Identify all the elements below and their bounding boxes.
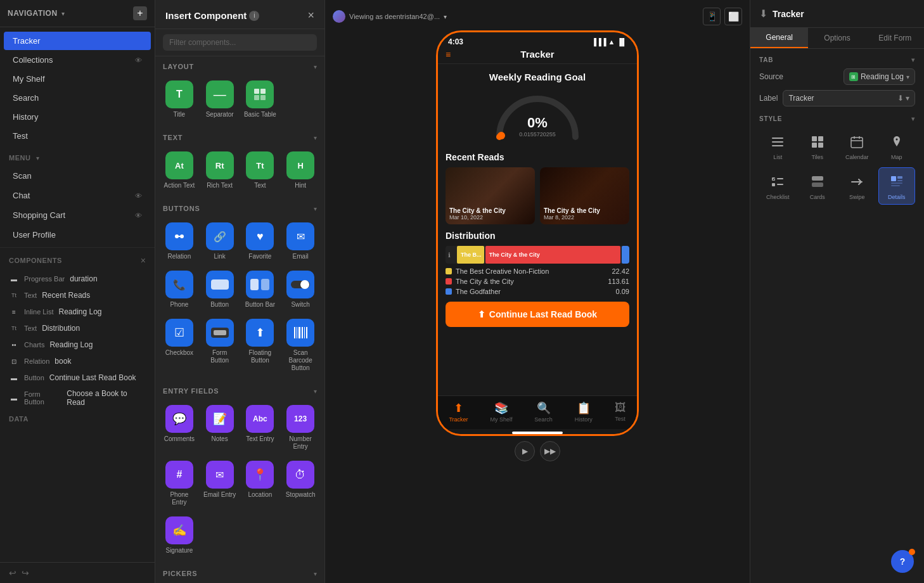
sidebar-item-scan[interactable]: Scan — [4, 167, 151, 185]
layout-section-header[interactable]: LAYOUT ▾ — [155, 56, 324, 74]
mobile-device-button[interactable]: 📱 — [703, 8, 721, 25]
style-tiles[interactable]: Tiles — [799, 127, 837, 165]
details-style-icon — [887, 172, 907, 192]
comp-phone-entry[interactable]: # Phone Entry — [160, 457, 198, 510]
play-button[interactable]: ▶ — [515, 441, 535, 461]
dist-bar-2: The City & the City — [485, 246, 620, 264]
preview-header: Viewing as deentristan42@... ▾ 📱 ⬜ — [325, 8, 750, 30]
svg-rect-32 — [851, 138, 863, 148]
phone-status-bar: 4:03 ▐▐▐ ▲ ▐▌ — [438, 32, 637, 46]
help-button[interactable]: ? — [891, 550, 914, 573]
sidebar-item-user-profile[interactable]: User Profile — [4, 226, 151, 244]
component-text-recent[interactable]: Tt Text Recent Reads — [0, 287, 155, 304]
component-charts[interactable]: •• Charts Reading Log — [0, 336, 155, 353]
sidebar-item-test[interactable]: Test — [4, 127, 151, 145]
tablet-device-button[interactable]: ⬜ — [724, 8, 742, 25]
menu-row[interactable]: MENU ▾ — [0, 150, 155, 166]
right-header: ⬇ Tracker — [750, 0, 924, 28]
sidebar-item-collections[interactable]: Collections 👁 — [4, 51, 151, 69]
undo-button[interactable]: ↩ — [9, 568, 16, 578]
viewing-as[interactable]: Viewing as deentristan42@... ▾ — [333, 10, 447, 23]
comp-hint[interactable]: H Hint — [281, 148, 319, 193]
pickers-section-header[interactable]: PICKERS ▾ — [155, 563, 324, 581]
phone-tab-myshelf[interactable]: 📚 My Shelf — [490, 401, 512, 423]
right-panel: ⬇ Tracker General Options Edit Form TAB … — [750, 0, 924, 583]
myshelf-tab-icon: 📚 — [494, 401, 508, 415]
comp-number-entry[interactable]: 123 Number Entry — [281, 401, 319, 454]
dist-legend-row-3: The Godfather 0.09 — [446, 288, 629, 295]
comp-email-entry[interactable]: ✉ Email Entry — [201, 457, 239, 510]
tab-edit-form[interactable]: Edit Form — [866, 28, 924, 48]
comp-email[interactable]: ✉ Email — [281, 219, 319, 264]
tab-general[interactable]: General — [750, 28, 808, 48]
continue-button[interactable]: ⬆ Continue Last Read Book — [446, 302, 629, 327]
comp-button-bar[interactable]: Button Bar — [241, 267, 279, 312]
component-button[interactable]: ▬ Button Continue Last Read Book — [0, 369, 155, 386]
nav-add-button[interactable]: + — [133, 6, 147, 20]
comp-text[interactable]: Tt Text — [241, 148, 279, 193]
comp-separator[interactable]: — Separator — [201, 77, 239, 122]
style-details[interactable]: Details — [878, 167, 916, 205]
phone-tab-search[interactable]: 🔍 Search — [534, 401, 553, 423]
comp-favorite[interactable]: ♥ Favorite — [241, 219, 279, 264]
comp-checkbox[interactable]: ☑ Checkbox — [160, 315, 198, 376]
comp-phone[interactable]: 📞 Phone — [160, 267, 198, 312]
comp-basic-table[interactable]: Basic Table — [241, 77, 279, 122]
comp-stopwatch[interactable]: ⏱ Stopwatch — [281, 457, 319, 510]
phone-tab-tracker[interactable]: ⬆ Tracker — [449, 401, 468, 423]
tab-options[interactable]: Options — [808, 28, 866, 48]
components-close-icon[interactable]: × — [141, 255, 146, 266]
comp-form-button[interactable]: Form Button — [201, 315, 239, 376]
comp-button[interactable]: Button — [201, 267, 239, 312]
next-button[interactable]: ▶▶ — [540, 441, 560, 461]
comp-floating-button[interactable]: ⬆ Floating Button — [241, 315, 279, 376]
component-progress-bar[interactable]: ▬ Progress Bar duration — [0, 271, 155, 287]
component-search-input[interactable] — [163, 34, 317, 51]
entry-fields-section-header[interactable]: ENTRY FIELDS ▾ — [155, 381, 324, 399]
component-text-dist[interactable]: Tt Text Distribution — [0, 320, 155, 336]
phone-tab-test[interactable]: 🖼 Test — [615, 401, 626, 423]
comp-location[interactable]: 📍 Location — [241, 457, 279, 510]
comp-notes[interactable]: 📝 Notes — [201, 401, 239, 454]
style-cards[interactable]: Cards — [799, 167, 837, 205]
style-map[interactable]: Map — [878, 127, 916, 165]
comp-comments[interactable]: 💬 Comments — [160, 401, 198, 454]
sidebar-item-search[interactable]: Search — [4, 89, 151, 107]
component-relation[interactable]: ⊡ Relation book — [0, 353, 155, 369]
panel-close-button[interactable]: × — [307, 9, 314, 22]
sidebar-item-chat[interactable]: Chat 👁 — [4, 186, 151, 205]
search-tab-icon: 🔍 — [537, 401, 551, 415]
comp-link[interactable]: 🔗 Link — [201, 219, 239, 264]
sidebar-item-tracker[interactable]: Tracker — [4, 32, 151, 50]
redo-button[interactable]: ↪ — [22, 568, 29, 578]
buttons-section-header[interactable]: BUTTONS ▾ — [155, 198, 324, 216]
sidebar-item-myshelf[interactable]: My Shelf — [4, 70, 151, 88]
component-form-button[interactable]: ▬ Form Button Choose a Book to Read — [0, 386, 155, 410]
sidebar-item-history[interactable]: History — [4, 108, 151, 126]
style-calendar[interactable]: Calendar — [838, 127, 876, 165]
recent-reads-title: Recent Reads — [446, 152, 629, 162]
text-section-header[interactable]: TEXT ▾ — [155, 127, 324, 145]
comp-scan-barcode[interactable]: Scan Barcode Button — [281, 315, 319, 376]
comp-text-entry[interactable]: Abc Text Entry — [241, 401, 279, 454]
comp-relation[interactable]: Relation — [160, 219, 198, 264]
comp-action-text[interactable]: At Action Text — [160, 148, 198, 193]
hamburger-menu-icon[interactable]: ≡ — [446, 49, 451, 60]
phone-entry-icon: # — [165, 461, 193, 489]
phone-frame: 4:03 ▐▐▐ ▲ ▐▌ ≡ Tracker Weekly Reading G… — [436, 30, 639, 436]
recent-reads-section: Recent Reads The City & the City Mar 10,… — [438, 147, 637, 224]
stopwatch-icon: ⏱ — [286, 461, 314, 489]
sidebar-item-shopping-cart[interactable]: Shopping Cart 👁 — [4, 206, 151, 224]
component-inline-list[interactable]: ≡ Inline List Reading Log — [0, 304, 155, 320]
comp-rich-text[interactable]: Rt Rich Text — [201, 148, 239, 193]
label-input[interactable]: Tracker ⬇ ▾ — [783, 90, 915, 106]
style-swipe[interactable]: Swipe — [838, 167, 876, 205]
style-checklist[interactable]: Checklist — [759, 167, 797, 205]
comp-signature[interactable]: ✍ Signature — [160, 513, 198, 558]
phone-tab-history[interactable]: 📋 History — [575, 401, 593, 423]
comp-switch[interactable]: Switch — [281, 267, 319, 312]
comp-title[interactable]: T Title — [160, 77, 198, 122]
style-list[interactable]: List — [759, 127, 797, 165]
source-dropdown[interactable]: ⊞ Reading Log ▾ — [844, 68, 915, 85]
svg-point-5 — [180, 234, 184, 238]
